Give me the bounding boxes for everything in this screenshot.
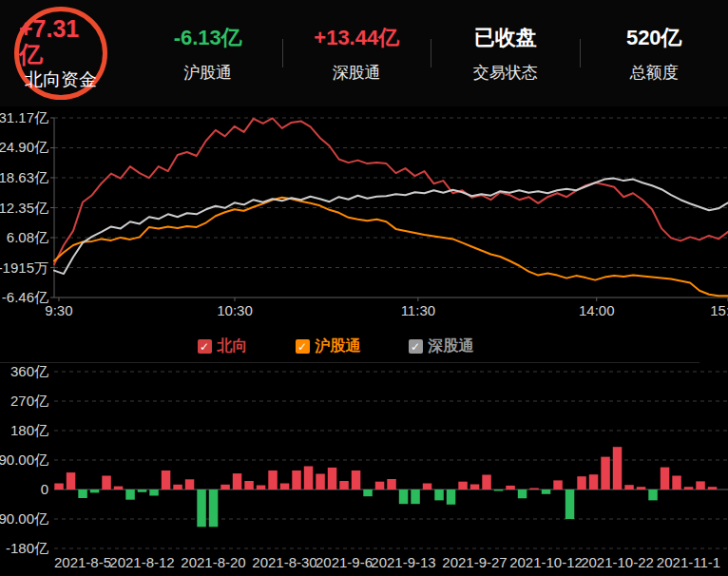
header: +7.31亿 北向资金 -6.13亿 沪股通 +13.44亿 深股通 已收盘 交… [0, 0, 728, 106]
svg-text:6.08亿: 6.08亿 [7, 229, 48, 245]
legend-label: 深股通 [429, 336, 474, 356]
svg-text:10:30: 10:30 [217, 302, 253, 318]
northbound-total-label: 北向资金 [25, 68, 97, 91]
svg-text:18.63亿: 18.63亿 [0, 169, 48, 185]
stat-label: 沪股通 [183, 62, 232, 84]
legend-label: 沪股通 [316, 336, 361, 356]
stat-label: 深股通 [333, 62, 381, 84]
northbound-total-badge: +7.31亿 北向资金 [14, 7, 107, 100]
svg-text:360亿: 360亿 [10, 363, 48, 379]
svg-text:2021-9-13: 2021-9-13 [371, 554, 435, 570]
stat-label: 交易状态 [473, 62, 538, 84]
svg-text:-90.00亿: -90.00亿 [0, 510, 48, 527]
svg-text:2021-9-27: 2021-9-27 [442, 554, 507, 570]
svg-text:9:30: 9:30 [45, 302, 72, 318]
svg-text:12.35亿: 12.35亿 [0, 200, 48, 216]
svg-text:2021-8-30: 2021-8-30 [252, 554, 316, 570]
svg-text:2021-9-6: 2021-9-6 [316, 554, 373, 570]
svg-text:-1915万: -1915万 [0, 259, 48, 276]
svg-text:14:00: 14:00 [579, 302, 615, 318]
checkbox-checked-icon[interactable]: ✓ [409, 339, 423, 354]
svg-text:31.17亿: 31.17亿 [0, 109, 48, 125]
svg-text:2021-8-5: 2021-8-5 [54, 554, 111, 570]
svg-text:90.00亿: 90.00亿 [0, 451, 48, 468]
stat-total-quota: 520亿 总额度 [581, 24, 728, 84]
svg-text:11:30: 11:30 [401, 302, 435, 318]
svg-text:2021-8-20: 2021-8-20 [181, 554, 245, 570]
stat-value: 已收盘 [474, 24, 537, 52]
legend-label: 北向 [218, 336, 248, 356]
northbound-funds-panel: +7.31亿 北向资金 -6.13亿 沪股通 +13.44亿 深股通 已收盘 交… [0, 0, 728, 576]
stat-trading-status: 已收盘 交易状态 [431, 24, 580, 84]
svg-text:24.90亿: 24.90亿 [0, 139, 48, 155]
northbound-total-value: +7.31亿 [19, 16, 103, 68]
svg-text:2021-10-22: 2021-10-22 [581, 554, 654, 570]
header-stats: -6.13亿 沪股通 +13.44亿 深股通 已收盘 交易状态 520亿 总额度 [134, 0, 728, 106]
legend-item-shanghai-connect[interactable]: ✓ 沪股通 [296, 336, 361, 356]
series-legend: ✓ 北向 ✓ 沪股通 ✓ 深股通 [0, 331, 699, 363]
svg-text:-6.46亿: -6.46亿 [2, 289, 48, 305]
intraday-line-chart-canvas[interactable]: 31.17亿24.90亿18.63亿12.35亿6.08亿-1915万-6.46… [0, 106, 728, 331]
stat-value: +13.44亿 [314, 24, 399, 52]
daily-history-bar-chart[interactable]: 360亿270亿180亿90.00亿0-90.00亿-180亿2021-8-52… [0, 363, 728, 576]
checkbox-checked-icon[interactable]: ✓ [296, 339, 310, 354]
stat-shanghai-connect: -6.13亿 沪股通 [134, 24, 282, 84]
stat-shenzhen-connect: +13.44亿 深股通 [283, 24, 431, 84]
legend-item-northbound[interactable]: ✓ 北向 [198, 336, 248, 356]
legend-item-shenzhen-connect[interactable]: ✓ 深股通 [409, 336, 474, 356]
stat-value: -6.13亿 [174, 24, 242, 52]
checkbox-checked-icon[interactable]: ✓ [198, 339, 212, 354]
svg-text:-180亿: -180亿 [6, 540, 48, 556]
svg-text:15:00: 15:00 [710, 302, 728, 318]
svg-text:2021-11-1: 2021-11-1 [657, 554, 720, 570]
svg-text:2021-10-12: 2021-10-12 [509, 554, 583, 570]
daily-history-bar-chart-canvas[interactable]: 360亿270亿180亿90.00亿0-90.00亿-180亿2021-8-52… [0, 363, 728, 576]
svg-text:2021-8-12: 2021-8-12 [109, 554, 174, 570]
intraday-line-chart[interactable]: 31.17亿24.90亿18.63亿12.35亿6.08亿-1915万-6.46… [0, 106, 728, 331]
svg-text:270亿: 270亿 [10, 393, 48, 409]
svg-text:0: 0 [41, 481, 48, 497]
stat-label: 总额度 [630, 62, 679, 84]
svg-text:180亿: 180亿 [10, 422, 48, 438]
stat-value: 520亿 [626, 24, 682, 52]
